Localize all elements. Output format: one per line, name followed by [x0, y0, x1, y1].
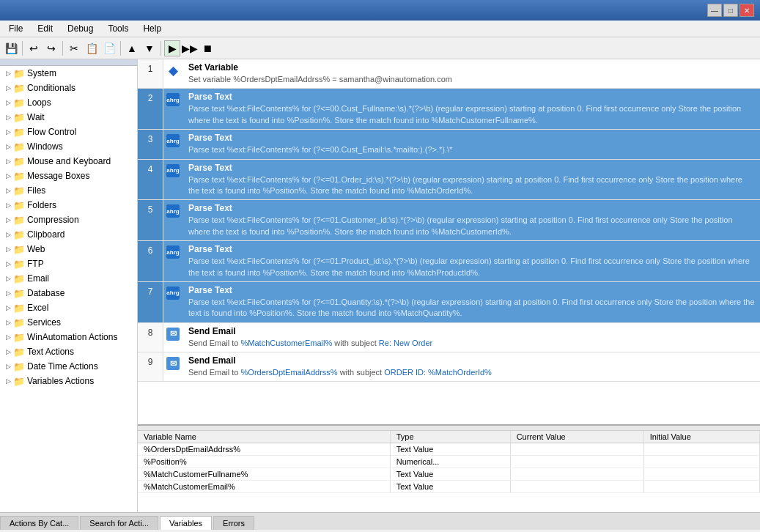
action-description: Parse text %ext:FileContents% for (?<=01… — [188, 256, 756, 278]
sidebar-item-flow-control[interactable]: ▷ 📁 Flow Control — [0, 125, 137, 139]
action-content: Parse Text Parse text %ext:FileContents%… — [184, 200, 760, 240]
send-email-icon: ✉ — [166, 328, 180, 341]
stop-button[interactable]: ⏹ — [199, 40, 215, 56]
folder-icon: 📁 — [13, 331, 25, 343]
variables-panel: Variable Name Type Current Value Initial… — [138, 424, 760, 512]
expand-icon: ▷ — [3, 317, 13, 328]
action-title: Parse Text — [188, 244, 756, 254]
expand-icon: ▷ — [3, 156, 13, 166]
action-row[interactable]: 9 ✉ Send Email Send Email to %OrdersDptE… — [138, 352, 760, 382]
sidebar-item-mouse-and-keyboard[interactable]: ▷ 📁 Mouse and Keyboard — [0, 154, 137, 169]
save-button[interactable]: 💾 — [3, 40, 19, 56]
action-row[interactable]: 7 ahrg Parse Text Parse text %ext:FileCo… — [138, 282, 760, 323]
folder-icon: 📁 — [13, 82, 25, 94]
folder-icon: 📁 — [13, 199, 25, 211]
action-desc-prefix: Send Email to — [188, 368, 241, 377]
maximize-button[interactable]: □ — [723, 4, 738, 17]
menu-help[interactable]: Help — [137, 22, 167, 35]
up-button[interactable]: ▲ — [124, 40, 140, 56]
paste-button[interactable]: 📄 — [101, 40, 117, 56]
sidebar-item-folders[interactable]: ▷ 📁 Folders — [0, 198, 137, 213]
sidebar-item-text-actions[interactable]: ▷ 📁 Text Actions — [0, 344, 137, 359]
sidebar-item-label: Email — [27, 273, 49, 284]
var-name: %MatchCustomerFullname% — [138, 468, 390, 481]
sidebar-item-conditionals[interactable]: ▷ 📁 Conditionals — [0, 81, 137, 95]
menu-file[interactable]: File — [3, 22, 29, 35]
tab-search-for-actions[interactable]: Search for Acti... — [80, 516, 158, 530]
sidebar-item-windows[interactable]: ▷ 📁 Windows — [0, 139, 137, 154]
title-bar-controls: — □ ✕ — [707, 4, 754, 17]
action-list[interactable]: 1 ◆ Set Variable Set variable %OrdersDpt… — [138, 59, 760, 424]
action-desc-text: Parse text %ext:FileContents% for (?<=01… — [188, 215, 733, 235]
minimize-button[interactable]: — — [707, 4, 722, 17]
action-row[interactable]: 3 ahrg Parse Text Parse text %ext:FileCo… — [138, 130, 760, 159]
menu-edit[interactable]: Edit — [32, 22, 59, 35]
action-row[interactable]: 6 ahrg Parse Text Parse text %ext:FileCo… — [138, 241, 760, 282]
sidebar-item-clipboard[interactable]: ▷ 📁 Clipboard — [0, 227, 137, 242]
variables-scroll[interactable]: Variable Name Type Current Value Initial… — [138, 431, 760, 498]
sidebar-item-label: System — [27, 68, 56, 78]
action-row[interactable]: 2 ahrg Parse Text Parse text %ext:FileCo… — [138, 89, 760, 130]
sidebar-item-files[interactable]: ▷ 📁 Files — [0, 183, 137, 198]
tab-actions-by-cat[interactable]: Actions By Cat... — [0, 516, 78, 530]
sidebar-item-compression[interactable]: ▷ 📁 Compression — [0, 213, 137, 227]
sidebar-item-wait[interactable]: ▷ 📁 Wait — [0, 110, 137, 125]
folder-icon: 📁 — [13, 375, 25, 387]
parse-text-icon: ahrg — [166, 93, 180, 106]
action-icon-container: ahrg — [163, 241, 184, 281]
action-row[interactable]: 5 ahrg Parse Text Parse text %ext:FileCo… — [138, 200, 760, 241]
sidebar-item-message-boxes[interactable]: ▷ 📁 Message Boxes — [0, 169, 137, 183]
down-button[interactable]: ▼ — [141, 40, 158, 56]
variable-row: %OrdersDptEmailAddrss% Text Value — [138, 443, 760, 456]
sidebar-item-system[interactable]: ▷ 📁 System — [0, 66, 137, 81]
sidebar-item-excel[interactable]: ▷ 📁 Excel — [0, 300, 137, 315]
sidebar-item-database[interactable]: ▷ 📁 Database — [0, 286, 137, 300]
sidebar-item-label: Date Time Actions — [27, 361, 98, 372]
action-icon-container: ahrg — [163, 282, 184, 322]
action-row[interactable]: 8 ✉ Send Email Send Email to %MatchCusto… — [138, 323, 760, 352]
action-number: 5 — [138, 200, 163, 240]
close-button[interactable]: ✕ — [739, 4, 754, 17]
sidebar-item-web[interactable]: ▷ 📁 Web — [0, 242, 137, 256]
menu-tools[interactable]: Tools — [102, 22, 134, 35]
action-desc-mid: with subject — [338, 368, 385, 377]
action-number: 1 — [138, 59, 163, 88]
menu-debug[interactable]: Debug — [62, 22, 99, 35]
folder-icon: 📁 — [13, 141, 25, 152]
send-email-icon: ✉ — [166, 357, 180, 370]
action-number: 9 — [138, 352, 163, 381]
sidebar-item-loops[interactable]: ▷ 📁 Loops — [0, 95, 137, 110]
var-current — [510, 456, 643, 468]
action-row[interactable]: 1 ◆ Set Variable Set variable %OrdersDpt… — [138, 59, 760, 89]
undo-button[interactable]: ↩ — [26, 40, 42, 56]
copy-button[interactable]: 📋 — [84, 40, 100, 56]
run-button[interactable]: ▶▶ — [182, 40, 198, 56]
sidebar-item-services[interactable]: ▷ 📁 Services — [0, 315, 137, 330]
folder-icon: 📁 — [13, 287, 25, 299]
action-title: Parse Text — [188, 285, 756, 295]
action-title: Parse Text — [188, 133, 756, 143]
redo-button[interactable]: ↪ — [43, 40, 59, 56]
sidebar-item-label: Loops — [27, 97, 51, 108]
action-description: Parse text %ext:FileContents% for (?<=00… — [188, 103, 756, 126]
sidebar-item-winautomation-actions[interactable]: ▷ 📁 WinAutomation Actions — [0, 330, 137, 344]
sidebar-item-label: Clipboard — [27, 229, 64, 240]
action-row[interactable]: 4 ahrg Parse Text Parse text %ext:FileCo… — [138, 160, 760, 201]
sidebar-item-variables-actions[interactable]: ▷ 📁 Variables Actions — [0, 374, 137, 388]
var-current — [510, 481, 643, 493]
parse-text-icon: ahrg — [166, 287, 180, 300]
sidebar-item-email[interactable]: ▷ 📁 Email — [0, 271, 137, 286]
var-name: %Position% — [138, 456, 390, 468]
expand-icon: ▷ — [3, 273, 13, 284]
action-subject-link: ORDER ID: %MatchOrderId% — [384, 368, 492, 377]
sidebar-item-ftp[interactable]: ▷ 📁 FTP — [0, 256, 137, 271]
sidebar-item-date-time-actions[interactable]: ▷ 📁 Date Time Actions — [0, 359, 137, 374]
tab-errors[interactable]: Errors — [213, 516, 254, 530]
record-button[interactable]: ▶ — [164, 40, 180, 56]
cut-button[interactable]: ✂ — [66, 40, 82, 56]
folder-icon: 📁 — [13, 97, 25, 108]
tab-variables[interactable]: Variables — [160, 516, 212, 530]
action-description: Parse text %ext:FileContents% for (?<=01… — [188, 174, 756, 197]
action-subject-link: Re: New Order — [379, 339, 432, 347]
sidebar-item-label: FTP — [27, 259, 44, 269]
